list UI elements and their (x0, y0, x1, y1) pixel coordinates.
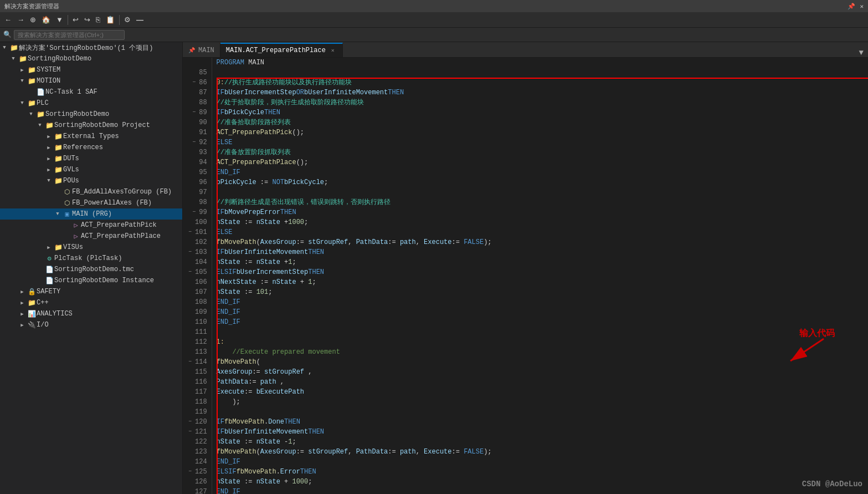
main-layout: ▼📁解决方案'SortingRobotDemo'(1 个项目)▼📁Sorting… (0, 42, 868, 494)
sidebar-item-main-prg[interactable]: ▼▣MAIN (PRG) (0, 208, 182, 220)
sidebar-item-act-pick[interactable]: ▷ACT_PreparePathPick (0, 220, 182, 231)
sidebar-item-instance[interactable]: 📄SortingRobotDemo Instance (0, 275, 182, 286)
code-lines: PROGRAM MAIN 0://执行生成路径功能块以及执行路径功能块 IF b… (212, 58, 868, 494)
fold-icon-120[interactable]: − (187, 417, 193, 427)
undo-button[interactable]: ↩ (70, 14, 81, 25)
tree-arrow-solution[interactable]: ▼ (0, 45, 9, 50)
tree-arrow-main-prg[interactable]: ▼ (53, 211, 62, 217)
fold-icon-92[interactable]: − (191, 137, 197, 147)
forward-button[interactable]: → (15, 14, 27, 25)
copy-button[interactable]: ⎘ (94, 14, 102, 25)
close-icon[interactable]: ✕ (860, 3, 864, 10)
search-input[interactable] (14, 30, 125, 40)
tree-arrow-gvls[interactable]: ▶ (44, 167, 53, 173)
sidebar-item-fb-power[interactable]: ⬡FB_PowerAllAxes (FB) (0, 197, 182, 208)
code-line-119 (217, 407, 864, 417)
fold-icon-101[interactable]: − (187, 227, 193, 237)
sidebar-item-nc-task[interactable]: 📄NC-Task 1 SAF (0, 86, 182, 98)
tree-label-io: I/O (37, 321, 49, 329)
sidebar-item-fb-addall[interactable]: ⬡FB_AddAllAxesToGroup (FB) (0, 186, 182, 197)
sidebar-item-cpp[interactable]: ▶📁C++ (0, 297, 182, 308)
code-line-103: IF bUserInfiniteMovement THEN (217, 247, 864, 257)
tree-arrow-sorting-root[interactable]: ▼ (9, 56, 18, 62)
sidebar-item-safety[interactable]: ▶🔒SAFETY (0, 286, 182, 297)
fold-icon-89[interactable]: − (191, 108, 197, 118)
tree-label-analytics: ANALYTICS (37, 310, 73, 318)
sidebar-item-io[interactable]: ▶🔌I/O (0, 319, 182, 330)
line-number-103: −103 (187, 247, 207, 257)
tree-arrow-cpp[interactable]: ▶ (18, 300, 27, 306)
fold-icon-105[interactable]: − (187, 267, 193, 277)
tree-arrow-io[interactable]: ▶ (18, 322, 27, 328)
sidebar-item-pous[interactable]: ▼📁POUs (0, 175, 182, 186)
code-line-87: IF bUserIncrementStep OR bUserInfiniteMo… (217, 88, 864, 98)
tree-arrow-system[interactable]: ▶ (18, 67, 27, 73)
sidebar-item-plctask[interactable]: ⚙PlcTask (PlcTask) (0, 253, 182, 264)
toolbar: ← → ⊕ 🏠 ▼ ↩ ↪ ⎘ 📋 ⚙ — (0, 12, 868, 28)
tree-arrow-external-types[interactable]: ▶ (44, 134, 53, 140)
tree-icon-nc-task: 📄 (35, 88, 45, 96)
fold-icon-114[interactable]: − (187, 357, 193, 367)
fold-icon-121[interactable]: − (187, 427, 193, 437)
tree-arrow-pous[interactable]: ▼ (44, 178, 53, 184)
sidebar-item-duts[interactable]: ▶📁DUTs (0, 153, 182, 164)
line-number-109: 109 (187, 307, 207, 317)
code-editor[interactable]: 85−86 87 88−89 90 91−92 93 94 95 96 97 9… (183, 58, 868, 494)
fold-icon-99[interactable]: − (191, 207, 197, 217)
minimize-button[interactable]: — (134, 14, 146, 25)
root-button[interactable]: 🏠 (39, 14, 53, 25)
tab-dropdown-icon[interactable]: ▼ (855, 48, 868, 57)
line-number-90: 90 (187, 118, 207, 128)
sidebar-item-external-types[interactable]: ▶📁External Types (0, 131, 182, 142)
settings-button[interactable]: ⚙ (122, 14, 133, 25)
redo-button[interactable]: ↪ (82, 14, 93, 25)
sidebar-item-references[interactable]: ▶📁References (0, 142, 182, 153)
dropdown-button[interactable]: ▼ (54, 14, 65, 25)
code-line-99: IF bMovePrepError THEN (217, 207, 864, 217)
sidebar-item-system[interactable]: ▶📁SYSTEM (0, 64, 182, 75)
tree-arrow-safety[interactable]: ▶ (18, 289, 27, 295)
tree-arrow-sorting-project[interactable]: ▼ (35, 123, 44, 128)
tree-icon-instance: 📄 (44, 277, 54, 285)
line-number-91: 91 (187, 128, 207, 137)
sidebar-item-visus[interactable]: ▶📁VISUs (0, 242, 182, 253)
pin-icon[interactable]: 📌 (848, 3, 855, 10)
fold-icon-86[interactable]: − (191, 78, 197, 88)
sidebar-item-sorting-root[interactable]: ▼📁SortingRobotDemo (0, 53, 182, 64)
sidebar-item-motion[interactable]: ▼📁MOTION (0, 75, 182, 86)
sidebar-item-plc[interactable]: ▼📁PLC (0, 98, 182, 109)
sidebar-item-gvls[interactable]: ▶📁GVLs (0, 164, 182, 175)
line-number-85: 85 (187, 68, 207, 78)
fold-icon-103[interactable]: − (187, 247, 193, 257)
tree-arrow-references[interactable]: ▶ (44, 145, 53, 151)
tree-arrow-plc[interactable]: ▼ (18, 100, 27, 106)
code-line-96: bPickCycle := NOT bPickCycle; (217, 177, 864, 187)
tree-arrow-duts[interactable]: ▶ (44, 156, 53, 162)
tree-icon-sorting-project: 📁 (44, 121, 54, 130)
tree-arrow-visus[interactable]: ▶ (44, 245, 53, 251)
sidebar-item-sorting-project[interactable]: ▼📁SortingRobotDemo Project (0, 120, 182, 131)
sidebar-item-tmc[interactable]: 📄SortingRobotDemo.tmc (0, 264, 182, 275)
tree-arrow-analytics[interactable]: ▶ (18, 311, 27, 317)
sidebar-item-analytics[interactable]: ▶📊ANALYTICS (0, 308, 182, 319)
tree-arrow-motion[interactable]: ▼ (18, 78, 27, 84)
tab-close-icon[interactable]: ✕ (329, 47, 337, 54)
code-line-112: 1: (217, 337, 864, 347)
sidebar-item-solution[interactable]: ▼📁解决方案'SortingRobotDemo'(1 个项目) (0, 42, 182, 53)
code-line-93: //准备放置阶段抓取列表 (217, 147, 864, 157)
code-line-127: END_IF (217, 487, 864, 494)
fold-icon-125[interactable]: − (187, 467, 193, 477)
home-button[interactable]: ⊕ (28, 14, 38, 25)
sidebar-item-sorting-plc[interactable]: ▼📁SortingRobotDemo (0, 109, 182, 120)
tree-label-duts: DUTs (63, 155, 79, 162)
tree-icon-sorting-root: 📁 (18, 55, 28, 63)
tree-arrow-sorting-plc[interactable]: ▼ (27, 111, 35, 117)
tab-act-place[interactable]: MAIN.ACT_PreparePathPlace ✕ (220, 43, 343, 57)
tab-main[interactable]: 📌 MAIN (183, 43, 220, 57)
paste-button[interactable]: 📋 (104, 14, 117, 25)
sidebar-item-act-place[interactable]: ▷ACT_PreparePathPlace (0, 231, 182, 242)
code-line-102: fbMovePath(AxesGroup:= stGroupRef, PathD… (217, 237, 864, 247)
tree-label-tmc: SortingRobotDemo.tmc (54, 266, 134, 273)
back-button[interactable]: ← (2, 14, 14, 25)
line-number-117: 117 (187, 387, 207, 397)
